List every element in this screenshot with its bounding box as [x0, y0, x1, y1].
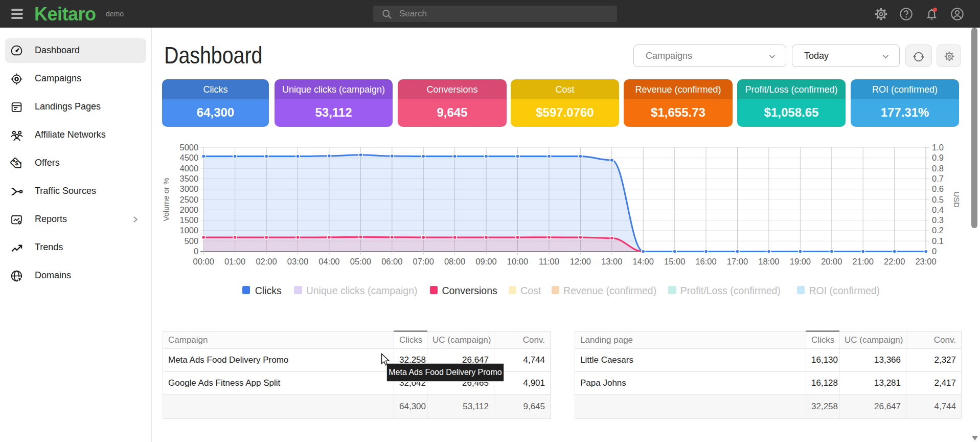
svg-text:13:00: 13:00	[601, 257, 622, 266]
svg-text:23:00: 23:00	[915, 257, 936, 266]
svg-text:15:00: 15:00	[664, 257, 685, 266]
svg-text:14:00: 14:00	[633, 257, 654, 266]
svg-text:0: 0	[194, 247, 198, 256]
svg-text:09:00: 09:00	[475, 257, 496, 266]
svg-text:0.2: 0.2	[932, 226, 944, 235]
svg-text:0.9: 0.9	[932, 153, 944, 162]
svg-text:2000: 2000	[179, 205, 198, 214]
svg-text:500: 500	[185, 236, 199, 246]
svg-text:1000: 1000	[179, 226, 198, 235]
svg-text:2500: 2500	[179, 195, 198, 204]
svg-text:0.7: 0.7	[932, 174, 944, 183]
svg-text:0: 0	[932, 247, 937, 256]
svg-text:3000: 3000	[179, 184, 198, 193]
svg-text:22:00: 22:00	[884, 257, 905, 266]
svg-text:3500: 3500	[179, 174, 198, 183]
svg-text:0.3: 0.3	[932, 215, 944, 225]
svg-text:0.8: 0.8	[932, 164, 944, 173]
svg-text:4500: 4500	[179, 153, 198, 162]
svg-text:02:00: 02:00	[256, 257, 277, 266]
svg-text:08:00: 08:00	[444, 257, 465, 266]
svg-text:16:00: 16:00	[695, 257, 716, 266]
svg-text:0.6: 0.6	[932, 184, 944, 193]
svg-text:4000: 4000	[179, 164, 198, 173]
svg-text:0.4: 0.4	[932, 205, 944, 214]
svg-text:11:00: 11:00	[539, 257, 559, 266]
svg-text:06:00: 06:00	[381, 257, 402, 266]
svg-text:USD: USD	[952, 191, 961, 208]
svg-text:03:00: 03:00	[287, 257, 308, 266]
svg-text:10:00: 10:00	[507, 257, 528, 266]
svg-text:18:00: 18:00	[758, 257, 779, 266]
svg-text:Volume or %: Volume or %	[162, 178, 170, 221]
svg-text:19:00: 19:00	[790, 257, 811, 266]
svg-text:20:00: 20:00	[821, 257, 842, 266]
svg-text:12:00: 12:00	[570, 257, 591, 266]
svg-text:05:00: 05:00	[350, 257, 371, 266]
svg-text:17:00: 17:00	[727, 257, 748, 266]
svg-text:21:00: 21:00	[853, 257, 874, 266]
svg-text:0.5: 0.5	[932, 195, 944, 204]
svg-text:1500: 1500	[179, 215, 198, 225]
svg-text:$: $	[15, 160, 18, 166]
svg-text:5000: 5000	[179, 143, 198, 152]
svg-text:1.0: 1.0	[932, 143, 944, 152]
svg-text:01:00: 01:00	[224, 257, 245, 266]
svg-text:00:00: 00:00	[193, 257, 214, 266]
svg-text:0.1: 0.1	[932, 236, 944, 246]
svg-text:07:00: 07:00	[413, 257, 434, 266]
svg-text:04:00: 04:00	[318, 257, 339, 266]
